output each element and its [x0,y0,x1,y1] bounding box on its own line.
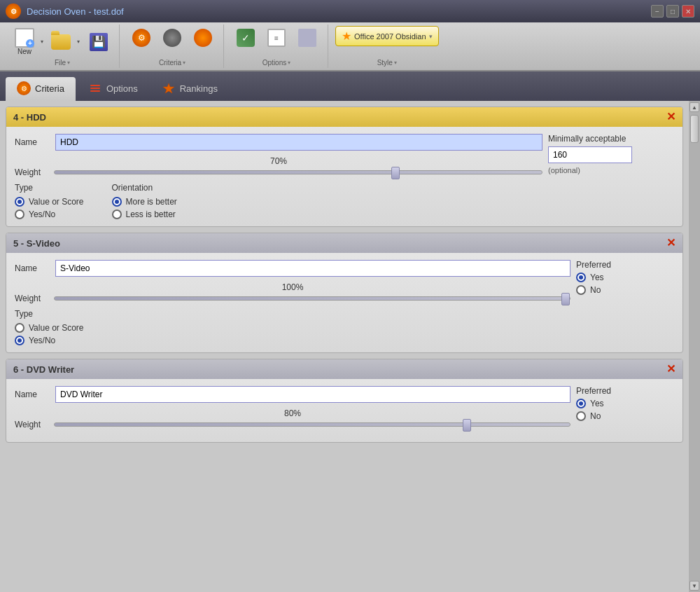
dvdwriter-close-button[interactable]: ✕ [666,364,676,375]
style-label: Office 2007 Obsidian [354,32,426,41]
dvdwriter-main-row: Name 80% Weight [15,386,674,435]
hdd-orientation-less-circle [112,209,122,219]
tab-options[interactable]: Options [77,77,149,101]
options-svg-icon [89,82,102,95]
scroll-area[interactable]: 4 - HDD ✕ Name 70% Weight [0,101,689,592]
svideo-preferred-label: Preferred [576,260,611,270]
pencil-check-icon: ✓ [236,28,255,48]
dvdwriter-slider-row: 80% Weight [15,408,570,429]
open-button[interactable] [48,30,74,54]
dvdwriter-name-row: Name [15,386,570,403]
tab-criteria-label: Criteria [35,83,64,94]
hdd-minacc-note: (optional) [548,166,580,174]
svideo-preferred-no-radio[interactable]: No [576,285,601,295]
hdd-slider-thumb[interactable] [391,167,400,179]
open-dropdown-arrow[interactable]: ▾ [74,31,83,53]
dvdwriter-preferred-yes-radio[interactable]: Yes [576,399,604,408]
new-file-icon [15,28,34,48]
hdd-orientation-more-text: More is better [126,197,177,207]
options-btn1[interactable]: ✓ [231,26,260,50]
style-group-text: Style [377,59,393,67]
save-button[interactable]: 💾 [84,30,113,54]
scroll-thumb[interactable] [690,115,699,143]
svideo-close-button[interactable]: ✕ [666,238,676,249]
options-tab-icon [88,81,102,95]
options-label-text: Options [262,59,286,67]
criteria-btn1[interactable]: ⚙ [127,26,156,50]
dvdwriter-card-body: Name 80% Weight [6,379,682,442]
title-bar-left: ⚙ Decision Oven - test.dof [6,4,124,19]
close-button[interactable]: ✕ [682,5,694,18]
new-button-group[interactable]: New ▾ [11,26,46,57]
svideo-type-yesno-radio[interactable]: Yes/No [15,336,84,345]
hdd-orientation-more-radio[interactable]: More is better [112,197,177,207]
hdd-type-value-radio[interactable]: Value or Score [15,197,84,207]
svideo-type-label: Type [15,309,84,319]
new-dropdown-arrow[interactable]: ▾ [38,31,46,53]
file-expand-icon: ▾ [67,60,70,66]
svideo-name-label: Name [15,263,50,273]
scroll-down-button[interactable]: ▼ [690,581,699,591]
hdd-type-value-circle [15,197,24,207]
svideo-card-header: 5 - S-Video ✕ [6,233,682,253]
hdd-type-yesno-circle [15,209,24,219]
hdd-name-input[interactable] [55,134,542,151]
new-button[interactable]: New [11,26,38,57]
orange-circle [194,29,212,47]
svideo-main-col: Name 100% Weight [15,260,570,345]
hdd-orientation-less-radio[interactable]: Less is better [112,209,177,219]
style-buttons: ★ Office 2007 Obsidian ▾ [335,26,439,46]
hdd-type-yesno-radio[interactable]: Yes/No [15,209,84,219]
dvdwriter-preferred-label: Preferred [576,386,611,396]
hdd-close-button[interactable]: ✕ [666,111,676,123]
svideo-name-input[interactable] [55,260,570,277]
tab-criteria[interactable]: ⚙ Criteria [6,77,76,101]
scrollbar[interactable]: ▲ ▼ [689,101,700,592]
criteria-btn2[interactable] [158,26,187,50]
minimize-button[interactable]: − [651,5,664,18]
scroll-up-button[interactable]: ▲ [690,102,699,112]
style-button[interactable]: ★ Office 2007 Obsidian ▾ [335,26,439,46]
dvdwriter-slider-track[interactable] [54,422,570,427]
maximize-button[interactable]: □ [666,5,679,18]
options-expand-icon: ▾ [288,60,290,66]
svideo-slider-track[interactable] [54,296,570,301]
dvdwriter-slider-thumb[interactable] [463,419,471,432]
hdd-weight-label: Weight [15,167,50,177]
options-btn2[interactable]: ≡ [262,26,291,50]
hdd-minacc-input[interactable] [548,146,632,163]
hdd-name-label: Name [15,137,50,147]
hdd-type-value-text: Value or Score [29,197,84,207]
dvdwriter-preferred-no-text: No [590,411,601,421]
toolbar-group-criteria: ⚙ Criteria ▾ [121,25,224,68]
svideo-preferred-yes-text: Yes [590,273,604,282]
svideo-slider-thumb[interactable] [561,293,570,305]
svideo-type-value-radio[interactable]: Value or Score [15,323,84,333]
file-label: File [55,59,66,67]
svideo-preferred-yes-radio[interactable]: Yes [576,273,604,282]
svideo-type-value-text: Value or Score [29,323,84,333]
hdd-main-row: Name 70% Weight [15,134,674,219]
criteria-tab-icon: ⚙ [17,81,31,95]
dvdwriter-preferred-no-radio[interactable]: No [576,411,601,421]
dvdwriter-name-input[interactable] [55,386,570,403]
svideo-preferred-yes-circle [576,273,586,282]
page2-icon [298,28,317,48]
svideo-type-row: Type Value or Score Yes/No [15,309,570,345]
dvdwriter-preferred-yes-text: Yes [590,399,604,408]
rankings-svg-icon [162,82,175,95]
new-icon [15,28,34,48]
tab-rankings[interactable]: Rankings [150,77,229,101]
svg-rect-0 [90,85,100,86]
hdd-slider-track[interactable] [54,170,542,174]
svideo-preferred-no-text: No [590,285,601,295]
hdd-type-label: Type [15,183,84,193]
hdd-orientation-group: Orientation More is better Less is [112,183,177,219]
app-icon: ⚙ [6,4,21,19]
criteria-btn3[interactable] [188,26,218,50]
hdd-orientation-less-text: Less is better [126,209,176,219]
options-btn3[interactable] [293,26,322,50]
toolbar-group-style: ★ Office 2007 Obsidian ▾ Style ▾ [330,25,444,68]
svideo-right-panel: Preferred Yes No [576,260,674,295]
open-button-group[interactable]: ▾ [48,30,83,54]
